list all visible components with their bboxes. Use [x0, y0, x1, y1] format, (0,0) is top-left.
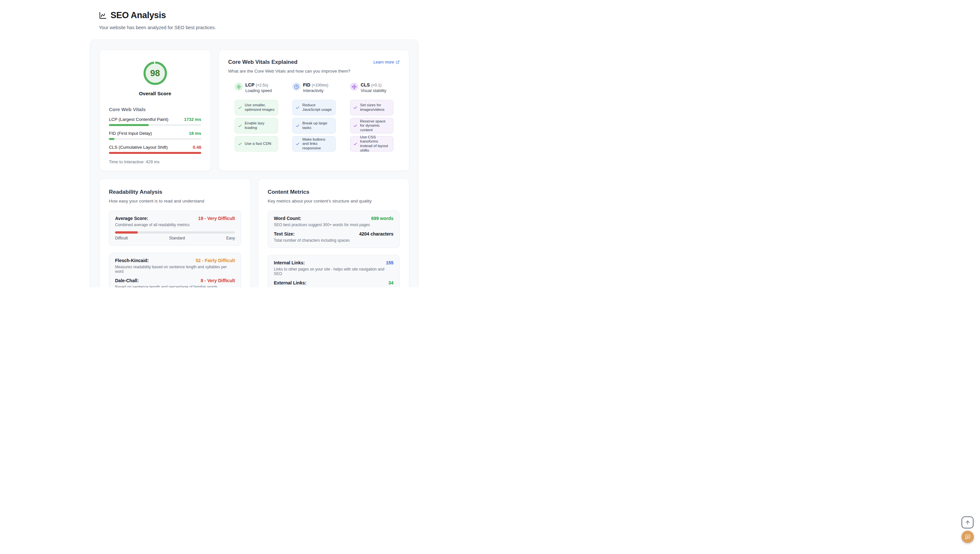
tip-text: Set sizes for images/videos: [360, 103, 390, 112]
vital-abbr: CLS: [361, 82, 370, 88]
progress-fill: [109, 152, 201, 154]
page-subtitle: Your website has been analyzed for SEO b…: [99, 25, 216, 30]
metric-desc: Links to other pages on your site - help…: [274, 267, 394, 276]
vital-header-cls: CLS (<0.1) Visual stability: [350, 82, 394, 93]
readability-metrics-box: Flesch-Kincaid: 52 - Fairly Difficult Me…: [109, 253, 241, 287]
readability-card: Readability Analysis How easy your conte…: [99, 178, 251, 287]
card-subtitle: Key metrics about your content's structu…: [268, 199, 400, 204]
time-to-interactive: Time to Interactive: 429 ms: [109, 159, 201, 164]
metric-value: 19 - Very Difficult: [198, 216, 235, 221]
metric-row-lcp: LCP (Largest Contentful Paint) 1732 ms: [109, 117, 201, 126]
vital-threshold: (<100ms): [312, 83, 328, 88]
cwv-explained-card: Core Web Vitals Explained Learn more Wha…: [218, 49, 409, 171]
vital-abbr: LCP: [245, 82, 254, 88]
scale-label-easy: Easy: [226, 236, 235, 240]
metric-value: 1732 ms: [184, 117, 201, 122]
vital-desc: Visual stability: [361, 88, 386, 93]
check-icon: [353, 106, 357, 110]
vitals-tips-grid: Use smaller, optimized images Reduce Jav…: [235, 100, 400, 151]
scale-label-standard: Standard: [169, 236, 185, 240]
tip-text: Use smaller, optimized images: [245, 103, 275, 112]
metric-row-cls: CLS (Cumulative Layout Shift) 0.48: [109, 145, 201, 154]
metric-value: 155: [386, 260, 394, 265]
metric-label: Internal Links:: [274, 260, 305, 265]
tip-text: Use a fast CDN: [245, 142, 271, 146]
metric-value: 52 - Fairly Difficult: [196, 258, 235, 263]
check-icon: [296, 124, 300, 128]
vital-abbr: FID: [303, 82, 311, 88]
metric-group-flesch: Flesch-Kincaid: 52 - Fairly Difficult Me…: [115, 258, 235, 274]
check-icon: [353, 124, 357, 128]
progress-track: [109, 138, 201, 140]
tip-text: Reserve space for dynamic content: [360, 119, 390, 132]
check-icon: [238, 106, 242, 110]
vital-header-fid: FID (<100ms) Interactivity: [292, 82, 336, 93]
scale-label-difficult: Difficult: [115, 236, 127, 240]
metric-label: CLS (Cumulative Layout Shift): [109, 145, 168, 150]
content-metrics-card: Content Metrics Key metrics about your c…: [258, 178, 409, 287]
move-icon: [350, 83, 358, 91]
metric-label: External Links:: [274, 280, 306, 285]
metric-desc: Combined average of all readability metr…: [115, 223, 235, 227]
readability-scale-fill: [115, 231, 138, 234]
clock-icon: [292, 83, 300, 91]
overall-score-card: 98 Overall Score Core Web Vitals LCP (La…: [99, 49, 211, 171]
vitals-header-row: LCP (<2.5s) Loading speed FID (<100ms) I…: [235, 82, 400, 93]
metric-label: Dale-Chall:: [115, 278, 139, 283]
tip-card: Use a fast CDN: [235, 136, 278, 151]
metric-value: 699 words: [371, 216, 394, 221]
readability-scale-track: [115, 231, 235, 234]
metric-group-wordcount: Word Count: 699 words SEO best practices…: [274, 216, 394, 227]
tip-card: Use CSS transforms instead of layout shi…: [350, 136, 394, 151]
metric-desc: Links to other websites - improves credi…: [274, 287, 394, 287]
check-icon: [353, 142, 357, 146]
metric-desc: SEO best practices suggest 300+ words fo…: [274, 223, 394, 227]
metric-row-fid: FID (First Input Delay) 18 ms: [109, 131, 201, 140]
tip-card: Reserve space for dynamic content: [350, 118, 394, 134]
tip-text: Make buttons and links responsive: [302, 137, 333, 151]
progress-fill: [109, 124, 149, 126]
metric-value: 8 - Very Difficult: [201, 278, 235, 283]
tip-card: Enable lazy loading: [235, 118, 278, 134]
tip-text: Use CSS transforms instead of layout shi…: [360, 135, 390, 153]
score-value: 98: [142, 60, 168, 86]
content-links-box: Internal Links: 155 Links to other pages…: [268, 255, 400, 287]
metric-desc: Measures readability based on sentence l…: [115, 265, 235, 274]
progress-fill: [109, 138, 115, 140]
learn-more-link[interactable]: Learn more: [373, 60, 400, 64]
chart-spline-icon: [99, 11, 107, 19]
metric-group-external-links: External Links: 34 Links to other websit…: [274, 280, 394, 287]
tip-card: Break up large tasks: [292, 118, 336, 134]
tip-text: Reduce JavaScript usage: [302, 103, 333, 112]
metric-desc: Based on sentence length and percentage …: [115, 285, 235, 287]
zap-icon: [235, 83, 243, 91]
seo-analysis-page: SEO Analysis Your website has been analy…: [0, 0, 508, 287]
metric-group-textsize: Text Size: 4204 characters Total number …: [274, 231, 394, 243]
card-subtitle: What are the Core Web Vitals and how can…: [228, 69, 400, 73]
learn-more-label: Learn more: [373, 60, 394, 64]
tip-text: Break up large tasks: [302, 121, 333, 130]
metric-label: FID (First Input Delay): [109, 131, 152, 136]
metric-label: Flesch-Kincaid:: [115, 258, 149, 263]
external-link-icon: [396, 60, 400, 64]
metric-desc: Total number of characters including spa…: [274, 238, 394, 243]
check-icon: [238, 142, 242, 146]
metric-value: 34: [388, 280, 394, 285]
metric-value: 4204 characters: [359, 231, 394, 237]
average-score-box: Average Score: 19 - Very Difficult Combi…: [109, 210, 241, 245]
tip-text: Enable lazy loading: [245, 121, 275, 130]
metric-value: 0.48: [193, 145, 201, 150]
metric-group-internal-links: Internal Links: 155 Links to other pages…: [274, 260, 394, 276]
score-ring: 98: [142, 60, 168, 86]
vital-header-lcp: LCP (<2.5s) Loading speed: [235, 82, 278, 93]
metric-group-dalechall: Dale-Chall: 8 - Very Difficult Based on …: [115, 278, 235, 287]
vital-threshold: (<2.5s): [256, 83, 268, 88]
vital-desc: Interactivity: [303, 88, 328, 93]
progress-track: [109, 124, 201, 126]
metric-label: Word Count:: [274, 216, 301, 221]
card-title: Content Metrics: [268, 189, 400, 195]
tip-card: Set sizes for images/videos: [350, 100, 394, 115]
page-header: SEO Analysis Your website has been analy…: [99, 10, 216, 30]
page-title: SEO Analysis: [110, 10, 166, 21]
content-counts-box: Word Count: 699 words SEO best practices…: [268, 210, 400, 248]
